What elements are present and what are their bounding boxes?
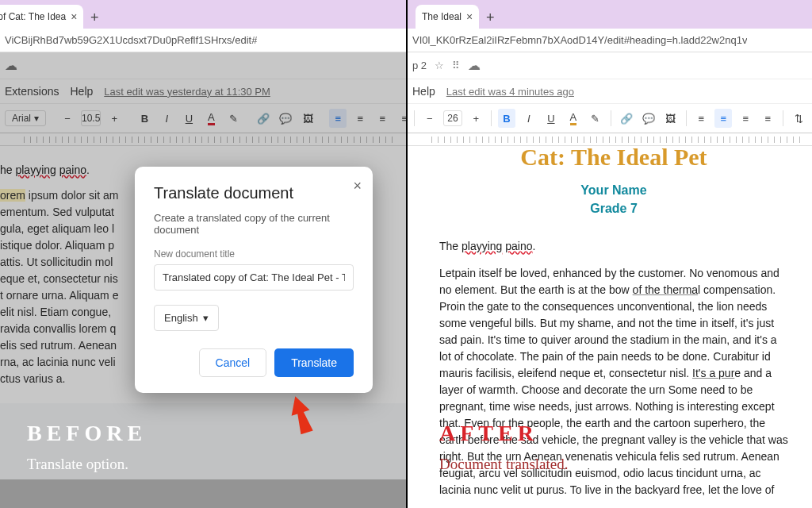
author-name: Your Name: [439, 181, 788, 199]
url-bar[interactable]: ViCBijRhBd7wb59G2X1Ucdsxt7Du0pReflf1SHrx…: [0, 29, 406, 52]
insert-comment-button[interactable]: 💬: [277, 109, 294, 128]
svg-marker-0: [286, 395, 316, 435]
browser-tab[interactable]: y of Cat: The Idea ×: [0, 5, 83, 29]
menu-help[interactable]: Help: [70, 85, 93, 98]
url-bar[interactable]: VI0l_KK0rRzEal2iIRzFebmn7bXAodD14Y/edit#…: [408, 29, 812, 52]
dialog-title: Translate document: [154, 184, 354, 202]
field-label: New document title: [154, 248, 354, 260]
url-text: ViCBijRhBd7wb59G2X1Ucdsxt7Du0pReflf1SHrx…: [5, 34, 257, 46]
after-caption: AFTER Document translated.: [439, 421, 569, 473]
ruler: [408, 133, 812, 146]
before-caption: BEFORE Translate option.: [27, 421, 147, 473]
chevron-down-icon: ▾: [34, 113, 39, 124]
align-left-button[interactable]: ≡: [692, 109, 710, 128]
after-pane: The Ideal × + VI0l_KK0rRzEal2iIRzFebmn7b…: [406, 0, 812, 508]
annotation-arrow: [285, 395, 317, 435]
browser-tabbar: y of Cat: The Idea × +: [0, 0, 406, 29]
insert-image-button[interactable]: 🖼: [662, 109, 680, 128]
menu-bar: Help Last edit was 4 minutes ago: [408, 79, 812, 103]
italic-button[interactable]: I: [158, 109, 175, 128]
translate-dialog: × Translate document Create a translated…: [135, 167, 373, 393]
author-grade: Grade 7: [439, 199, 788, 217]
align-right-button[interactable]: ≡: [737, 109, 754, 128]
tab-title: The Ideal: [422, 11, 462, 22]
insert-image-button[interactable]: 🖼: [299, 109, 316, 128]
caption-title: BEFORE: [27, 421, 147, 446]
close-icon[interactable]: ×: [353, 178, 362, 194]
font-size-increase[interactable]: +: [467, 109, 485, 128]
italic-button[interactable]: I: [520, 109, 538, 128]
close-icon[interactable]: ×: [71, 10, 77, 23]
text-color-button[interactable]: A: [202, 109, 220, 128]
align-right-button[interactable]: ≡: [373, 109, 391, 128]
underline-button[interactable]: U: [542, 109, 560, 128]
font-selector[interactable]: Arial▾: [5, 110, 46, 126]
font-size-input[interactable]: 10.5: [81, 110, 101, 126]
new-tab-button[interactable]: +: [479, 6, 501, 29]
tab-title: y of Cat: The Idea: [0, 11, 66, 22]
menu-extensions[interactable]: Extensions: [5, 85, 59, 98]
align-center-button[interactable]: ≡: [714, 109, 732, 128]
menu-help[interactable]: Help: [412, 85, 435, 98]
font-size-input[interactable]: 26: [443, 110, 462, 126]
align-center-button[interactable]: ≡: [351, 109, 369, 128]
insert-comment-button[interactable]: 💬: [640, 109, 657, 128]
cloud-icon[interactable]: ☁: [468, 58, 481, 73]
document-title-input[interactable]: [154, 264, 354, 291]
ruler: [0, 133, 406, 146]
align-left-button[interactable]: ≡: [329, 109, 347, 128]
browser-tabbar: The Ideal × +: [408, 0, 812, 29]
url-text: VI0l_KK0rRzEal2iIRzFebmn7bXAodD14Y/edit#…: [412, 34, 747, 46]
paragraph-1: The playying paino.: [439, 238, 788, 254]
toolbar: Arial▾ − 10.5 + B I U A ✎ 🔗 💬 🖼 ≡ ≡ ≡ ≡: [0, 103, 406, 133]
last-edit-text[interactable]: Last edit was yesterday at 11:30 PM: [104, 86, 270, 98]
browser-tab[interactable]: The Ideal ×: [416, 5, 479, 29]
menu-bar: Extensions Help Last edit was yesterday …: [0, 79, 406, 103]
bold-button[interactable]: B: [136, 109, 153, 128]
doc-name-fragment: p 2: [412, 60, 427, 71]
last-edit-text[interactable]: Last edit was 4 minutes ago: [446, 86, 574, 98]
document-title: Cat: The Ideal Pet: [439, 146, 788, 175]
caption-title: AFTER: [439, 421, 569, 446]
insert-link-button[interactable]: 🔗: [255, 109, 272, 128]
caption-subtitle: Translate option.: [27, 456, 147, 473]
translate-button[interactable]: Translate: [274, 348, 354, 377]
align-justify-button[interactable]: ≡: [396, 109, 406, 128]
highlight-button[interactable]: ✎: [224, 109, 242, 128]
highlight-button[interactable]: ✎: [587, 109, 604, 128]
font-size-increase[interactable]: +: [105, 109, 123, 128]
language-selector[interactable]: English ▾: [154, 305, 219, 331]
text-color-button[interactable]: A: [565, 109, 582, 128]
dialog-subtitle: Create a translated copy of the current …: [154, 212, 354, 236]
cancel-button[interactable]: Cancel: [199, 348, 267, 377]
new-tab-button[interactable]: +: [83, 6, 105, 29]
caption-subtitle: Document translated.: [439, 456, 569, 473]
insert-link-button[interactable]: 🔗: [618, 109, 635, 128]
star-icon[interactable]: ☆: [435, 60, 444, 71]
bold-button[interactable]: B: [498, 109, 515, 128]
toolbar: − 26 + B I U A ✎ 🔗 💬 🖼 ≡ ≡ ≡ ≡ ⇅: [408, 103, 812, 133]
chevron-down-icon: ▾: [203, 312, 209, 324]
doc-header: ☁: [0, 52, 406, 79]
underline-button[interactable]: U: [180, 109, 197, 128]
font-size-decrease[interactable]: −: [59, 109, 76, 128]
line-spacing-button[interactable]: ⇅: [790, 109, 807, 128]
font-size-decrease[interactable]: −: [421, 109, 439, 128]
close-icon[interactable]: ×: [466, 10, 473, 23]
move-icon[interactable]: ⠿: [452, 60, 460, 71]
before-pane: y of Cat: The Idea × + ViCBijRhBd7wb59G2…: [0, 0, 406, 508]
align-justify-button[interactable]: ≡: [759, 109, 776, 128]
doc-header: p 2 ☆ ⠿ ☁: [408, 52, 812, 79]
cloud-icon: ☁: [5, 58, 17, 73]
